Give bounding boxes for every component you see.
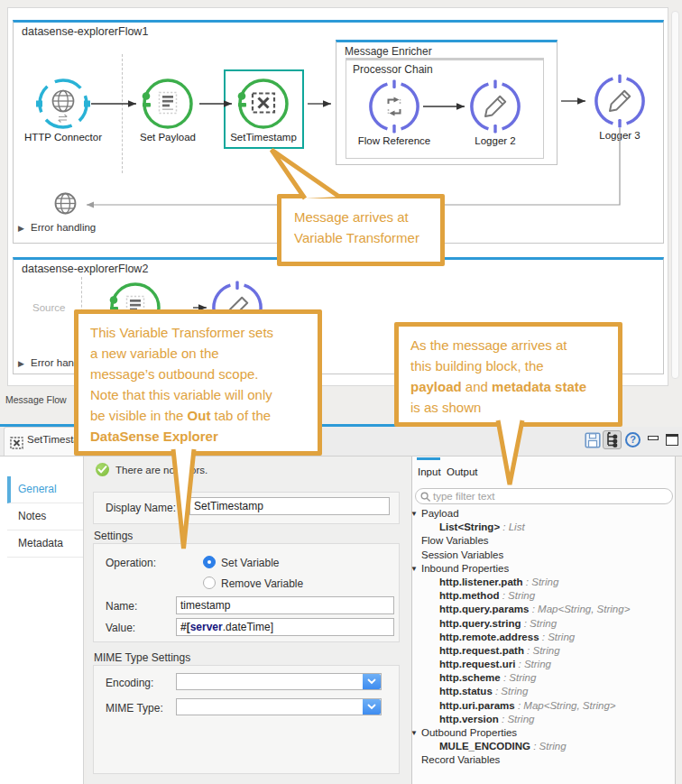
minimize-view-button[interactable]	[648, 436, 659, 440]
flow2-error-handling-caret-icon[interactable]: ▶	[18, 359, 24, 368]
tree-node-label: http.remote.address	[439, 632, 539, 642]
tree-node-type: : String	[515, 659, 551, 669]
tree-node[interactable]: Session Variables	[410, 549, 676, 562]
tree-node-label: http.status	[439, 686, 493, 696]
flow1-error-handling-label[interactable]: Error handling	[31, 222, 96, 233]
callout-text-line: As the message arrives at	[410, 335, 618, 355]
tree-node-label: http.method	[439, 590, 499, 601]
tree-node[interactable]: http.request.uri : String	[410, 658, 676, 671]
display-name-label: Display Name:	[106, 502, 176, 514]
sidebar-item-metadata[interactable]: Metadata	[7, 530, 83, 558]
tree-node[interactable]: http.request.path : String	[410, 644, 676, 658]
radio-remove-variable-label[interactable]: Remove Variable	[221, 577, 303, 590]
tab-output-label[interactable]: Output	[447, 466, 478, 477]
save-button[interactable]	[585, 432, 601, 448]
tree-node-type: : String	[493, 686, 529, 696]
flow1-error-handling-caret-icon[interactable]: ▶	[18, 224, 24, 233]
callout-text-line: Message arrives at	[294, 207, 440, 227]
node-logger2[interactable]	[468, 79, 522, 134]
tree-node-label: http.uri.params	[439, 700, 515, 711]
node-settimestamp[interactable]	[236, 77, 290, 131]
tree-node[interactable]: http.query.string : String	[410, 617, 676, 631]
tree-node[interactable]: http.version : String	[410, 713, 676, 726]
datasense-filter-input[interactable]: type filter text	[415, 488, 673, 504]
caret-down-icon[interactable]: ▼	[410, 507, 421, 521]
value-input[interactable]: #[server.dateTime]	[176, 618, 394, 636]
processor-chain-title: Processor Chain	[353, 63, 433, 76]
node-http-connector[interactable]	[36, 77, 90, 131]
tree-node-label: Payload	[421, 508, 459, 519]
tree-node[interactable]: http.status : String	[410, 685, 676, 698]
tree-node-label: Session Variables	[421, 549, 503, 560]
help-button[interactable]: ?	[625, 432, 641, 447]
callout-text-line: Variable Transformer	[294, 227, 440, 248]
callout-text-line: This Variable Transformer sets	[90, 322, 318, 343]
radio-remove-variable[interactable]	[203, 576, 216, 589]
tree-node[interactable]: http.method : String	[410, 589, 676, 603]
operation-label: Operation:	[106, 557, 156, 569]
node-set-payload[interactable]	[141, 77, 195, 131]
tree-node[interactable]: http.remote.address : String	[410, 631, 676, 644]
callout-text-line: a new variable on the	[90, 343, 318, 364]
radio-set-variable[interactable]	[203, 556, 216, 568]
node-flow-reference[interactable]	[367, 79, 421, 134]
tree-node-label: List<String>	[439, 521, 500, 532]
canvas-scrollbar[interactable]	[671, 11, 679, 379]
tree-node-label: http.scheme	[439, 672, 501, 683]
tree-node-label: http.query.string	[439, 618, 521, 629]
node-label-http-connector: HTTP Connector	[9, 132, 117, 143]
tree-node[interactable]: ▼Outbound Properties	[410, 726, 676, 740]
filter-placeholder: type filter text	[433, 491, 494, 502]
tree-node-type: : String	[539, 632, 576, 642]
tree-node[interactable]: http.uri.params : Map<String, String>	[410, 699, 676, 713]
name-input[interactable]: timestamp	[176, 596, 394, 614]
tree-node[interactable]: Record Variables	[410, 753, 676, 767]
node-logger3[interactable]	[593, 74, 647, 128]
callout-text-line: message’s outbound scope.	[90, 364, 318, 384]
tree-node-type: : String	[524, 645, 560, 656]
anypoint-studio-window: datasense-explorerFlow1 HTTP Connector	[0, 0, 682, 784]
tree-node[interactable]: http.scheme : String	[410, 671, 676, 685]
tree-node-label: http.query.params	[439, 604, 529, 614]
error-globe-icon	[53, 191, 78, 216]
mime-type-select-chevron-icon[interactable]	[363, 699, 381, 715]
name-label: Name:	[106, 600, 137, 613]
mime-type-label: MIME Type:	[106, 702, 163, 715]
tab-message-flow[interactable]: Message Flow	[5, 394, 67, 405]
tab-input-indicator	[417, 457, 440, 460]
flow2-title: datasense-explorerFlow2	[22, 263, 148, 275]
maximize-view-button[interactable]	[666, 434, 678, 446]
callout-message-arrives: Message arrives atVariable Transformer	[277, 194, 445, 266]
caret-down-icon[interactable]: ▼	[410, 562, 421, 576]
tree-node-type: : List	[500, 521, 524, 532]
tab-input-label[interactable]: Input	[418, 466, 441, 477]
tree-node[interactable]: MULE_ENCODING : String	[410, 740, 676, 753]
tree-node-label: http.request.uri	[439, 659, 515, 669]
tree-node[interactable]: ▼Inbound Properties	[410, 562, 676, 576]
settings-section-title: Settings	[94, 530, 133, 542]
encoding-select[interactable]	[176, 673, 382, 690]
tree-node[interactable]: http.query.params : Map<String, String>	[410, 603, 676, 616]
sidebar-item-notes[interactable]: Notes	[7, 503, 83, 530]
datasense-tree-icon	[604, 431, 621, 448]
datasense-explorer-toggle-button[interactable]	[603, 430, 622, 449]
sidebar-item-general[interactable]: General	[7, 476, 83, 503]
settimestamp-icon	[236, 77, 290, 131]
tree-node-label: Flow Variables	[421, 535, 489, 546]
encoding-select-chevron-icon[interactable]	[363, 674, 381, 689]
tree-node[interactable]: List<String> : List	[410, 521, 676, 534]
tree-node[interactable]: http.listener.path : String	[410, 576, 676, 589]
tree-node[interactable]: ▼Payload	[410, 507, 676, 521]
display-name-input[interactable]: SetTimestamp	[189, 497, 390, 515]
tree-node[interactable]: Flow Variables	[410, 534, 676, 548]
callout-text-line: is as shown	[410, 397, 618, 418]
mime-type-select[interactable]	[176, 698, 382, 715]
flow1-title: datasense-explorerFlow1	[22, 25, 148, 38]
encoding-label: Encoding:	[106, 677, 153, 689]
caret-down-icon[interactable]: ▼	[410, 726, 421, 740]
status-message: There are no errors.	[115, 465, 207, 475]
tree-node-label: Record Variables	[421, 754, 500, 765]
tree-node-label: Outbound Properties	[421, 727, 517, 738]
radio-set-variable-label[interactable]: Set Variable	[221, 557, 279, 569]
sidebar-divider	[83, 457, 84, 784]
